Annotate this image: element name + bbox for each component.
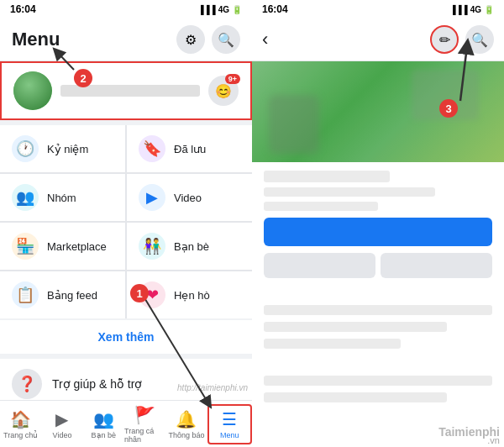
battery-icon: 🔋: [232, 5, 242, 14]
marketplace-label: Marketplace: [47, 240, 107, 253]
nav-video[interactable]: ▶ Video: [41, 406, 82, 443]
video-icon: ▶: [139, 184, 165, 211]
video-nav-icon: ▶: [55, 409, 68, 429]
annotation-circle-3: 3: [439, 99, 458, 118]
time-left: 16:04: [10, 3, 36, 15]
see-more-label: Xem thêm: [98, 330, 155, 344]
content-line-2: [264, 322, 447, 332]
action-button[interactable]: [264, 218, 492, 246]
battery-icon-right: 🔋: [484, 5, 494, 14]
watermark-left: http://taimienphi.vn: [177, 383, 248, 392]
video-nav-label: Video: [53, 431, 72, 439]
pages-nav-label: Trang cá nhân: [124, 427, 165, 444]
edit-button[interactable]: ✏: [430, 25, 459, 54]
search-icon-left: 🔍: [218, 32, 234, 48]
bottom-nav-left: 🏠 Trang chủ ▶ Video 👥 Bạn bè 🚩 Trang cá …: [0, 400, 252, 447]
help-item[interactable]: ❓ Trợ giúp & hỗ trợ: [0, 359, 252, 400]
left-phone-panel: 16:04 ▐▐▐ 4G 🔋 Menu ⚙ 🔍: [0, 0, 252, 447]
nav-notifications[interactable]: 🔔 Thông báo: [165, 406, 207, 443]
menu-item-marketplace[interactable]: 🏪 Marketplace: [0, 223, 125, 270]
menu-item-friends[interactable]: 👫 Bạn bè: [127, 223, 252, 270]
nav-menu[interactable]: ☰ Menu: [207, 404, 252, 444]
search-button-left[interactable]: 🔍: [212, 25, 240, 54]
menu-item-feed[interactable]: 📋 Bảng feed: [0, 271, 125, 318]
profile-bio-line: [264, 187, 435, 197]
status-bar-left: 16:04 ▐▐▐ 4G 🔋: [0, 0, 252, 18]
avatar-image: [13, 71, 52, 110]
content-line-4: [264, 376, 492, 386]
back-icon: ‹: [262, 29, 268, 50]
nav-friends[interactable]: 👥 Bạn bè: [83, 406, 124, 443]
gear-icon: ⚙: [185, 32, 197, 48]
profile-header: ‹ ✏ 🔍: [252, 18, 504, 61]
menu-item-groups[interactable]: 👥 Nhóm: [0, 174, 125, 221]
notification-icon: 😊: [215, 83, 232, 99]
memories-label: Kỷ niệm: [47, 143, 88, 155]
menu-content: 😊 9+ 🕐 Kỷ niệm 🔖 Đã lưu 👥 Nhóm ▶ Video: [0, 61, 252, 400]
groups-icon: 👥: [12, 184, 39, 211]
right-content-1: [252, 297, 504, 364]
badge-count: 9+: [225, 74, 240, 84]
video-label: Video: [174, 192, 202, 204]
menu-nav-label: Menu: [220, 431, 239, 439]
profile-avatar: [13, 71, 52, 110]
network-type-right: 4G: [470, 5, 481, 14]
see-more-button[interactable]: Xem thêm: [0, 320, 252, 354]
settings-button[interactable]: ⚙: [176, 25, 205, 54]
right-phone-panel: 16:04 ▐▐▐ 4G 🔋 ‹ ✏ 🔍: [252, 0, 504, 447]
home-nav-label: Trang chủ: [3, 431, 38, 439]
profile-cover-photo: [252, 61, 504, 162]
back-button[interactable]: ‹: [262, 29, 268, 50]
edit-icon: ✏: [439, 32, 450, 48]
feed-label: Bảng feed: [47, 289, 97, 302]
nav-pages[interactable]: 🚩 Trang cá nhân: [124, 402, 165, 447]
notification-badge[interactable]: 😊 9+: [208, 76, 239, 106]
dating-label: Hẹn hò: [174, 289, 210, 302]
content-line-5: [264, 392, 447, 402]
annotation-circle-2: 2: [74, 69, 92, 87]
saved-icon: 🔖: [139, 135, 165, 162]
nav-home[interactable]: 🏠 Trang chủ: [0, 406, 41, 443]
groups-label: Nhóm: [47, 192, 76, 204]
memories-icon: 🕐: [12, 135, 39, 162]
time-right: 16:04: [262, 3, 288, 15]
search-button-right[interactable]: 🔍: [465, 25, 494, 54]
network-type: 4G: [218, 5, 229, 14]
menu-header: Menu ⚙ 🔍: [0, 18, 252, 61]
bottom-section: ❓ Trợ giúp & hỗ trợ ⚙ Cài đặt & quyền ri…: [0, 359, 252, 400]
secondary-btn-1[interactable]: [264, 253, 375, 278]
help-icon: ❓: [12, 369, 42, 399]
menu-item-saved[interactable]: 🔖 Đã lưu: [127, 125, 252, 172]
annotation-circle-1: 1: [130, 284, 149, 302]
profile-meta-line: [264, 202, 378, 211]
menu-title: Menu: [12, 29, 60, 50]
friends-icon: 👫: [139, 233, 165, 260]
menu-nav-icon: ☰: [222, 409, 237, 429]
friends-nav-icon: 👥: [93, 409, 114, 429]
notifications-nav-label: Thông báo: [168, 431, 204, 439]
status-icons-left: ▐▐▐ 4G 🔋: [197, 5, 242, 14]
avatar-container: [13, 71, 52, 110]
menu-item-memories[interactable]: 🕐 Kỷ niệm: [0, 125, 125, 172]
cover-person: [269, 95, 319, 154]
status-icons-right: ▐▐▐ 4G 🔋: [449, 5, 494, 14]
saved-label: Đã lưu: [174, 143, 206, 155]
profile-info-section: [252, 162, 504, 292]
secondary-btn-2[interactable]: [381, 253, 492, 278]
home-icon: 🏠: [10, 409, 31, 429]
content-line-3: [264, 339, 401, 349]
notifications-nav-icon: 🔔: [176, 409, 197, 429]
header-icon-group: ⚙ 🔍: [176, 25, 240, 54]
signal-icon: ▐▐▐: [197, 5, 215, 14]
menu-item-video[interactable]: ▶ Video: [127, 174, 252, 221]
profile-row[interactable]: 😊 9+: [0, 61, 252, 120]
friends-label: Bạn bè: [174, 240, 209, 253]
right-content-2: [252, 367, 504, 418]
pages-nav-icon: 🚩: [134, 405, 155, 425]
search-icon-right: 🔍: [471, 32, 488, 48]
signal-icon-right: ▐▐▐: [449, 5, 467, 14]
friends-nav-label: Bạn bè: [92, 431, 117, 439]
content-line-1: [264, 305, 492, 315]
marketplace-icon: 🏪: [12, 233, 39, 260]
action-buttons-row: [264, 253, 492, 278]
